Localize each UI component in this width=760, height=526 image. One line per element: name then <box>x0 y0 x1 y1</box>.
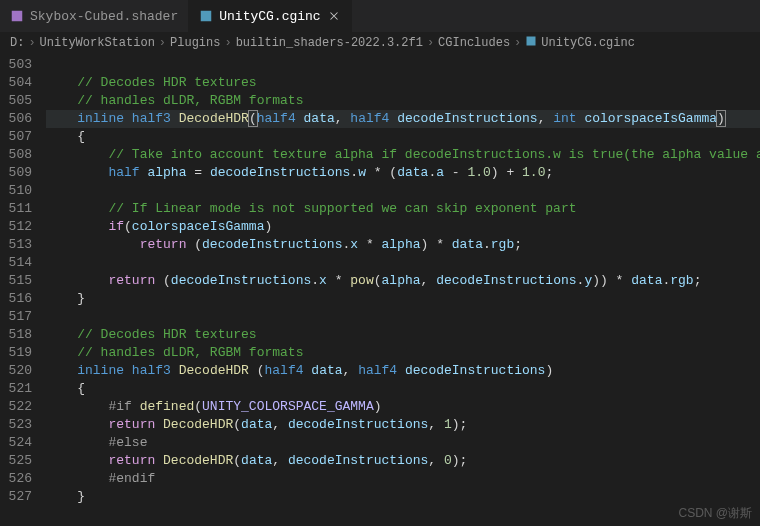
line-number: 506 <box>0 110 32 128</box>
code-line[interactable]: if(colorspaceIsGamma) <box>46 218 760 236</box>
line-number: 513 <box>0 236 32 254</box>
code-line[interactable]: #if defined(UNITY_COLORSPACE_GAMMA) <box>46 398 760 416</box>
line-number: 503 <box>0 56 32 74</box>
line-number: 520 <box>0 362 32 380</box>
code-line[interactable]: return (decodeInstructions.x * pow(alpha… <box>46 272 760 290</box>
code-line[interactable]: return (decodeInstructions.x * alpha) * … <box>46 236 760 254</box>
code-line[interactable]: #endif <box>46 470 760 488</box>
line-gutter: 5035045055065075085095105115125135145155… <box>0 54 46 526</box>
code-line[interactable]: // Decodes HDR textures <box>46 326 760 344</box>
chevron-right-icon: › <box>427 36 434 50</box>
line-number: 511 <box>0 200 32 218</box>
line-number: 517 <box>0 308 32 326</box>
code-line[interactable] <box>46 182 760 200</box>
code-line[interactable]: return DecodeHDR(data, decodeInstruction… <box>46 452 760 470</box>
code-line[interactable]: } <box>46 290 760 308</box>
line-number: 523 <box>0 416 32 434</box>
line-number: 516 <box>0 290 32 308</box>
code-line[interactable]: half alpha = decodeInstructions.w * (dat… <box>46 164 760 182</box>
cginc-file-icon <box>199 9 213 23</box>
tab-label: UnityCG.cginc <box>219 9 320 24</box>
line-number: 508 <box>0 146 32 164</box>
svg-rect-0 <box>12 11 23 22</box>
watermark: CSDN @谢斯 <box>678 505 752 522</box>
code-line[interactable]: return DecodeHDR(data, decodeInstruction… <box>46 416 760 434</box>
svg-rect-2 <box>527 37 536 46</box>
code-line[interactable]: // handles dLDR, RGBM formats <box>46 344 760 362</box>
tab-skybox-shader[interactable]: Skybox-Cubed.shader <box>0 0 189 32</box>
breadcrumb-item[interactable]: builtin_shaders-2022.3.2f1 <box>236 36 423 50</box>
line-number: 515 <box>0 272 32 290</box>
line-number: 509 <box>0 164 32 182</box>
chevron-right-icon: › <box>28 36 35 50</box>
line-number: 505 <box>0 92 32 110</box>
code-editor[interactable]: 5035045055065075085095105115125135145155… <box>0 54 760 526</box>
code-line[interactable]: // If Linear mode is not supported we ca… <box>46 200 760 218</box>
svg-rect-1 <box>201 11 212 22</box>
breadcrumb-item[interactable]: CGIncludes <box>438 36 510 50</box>
code-line[interactable] <box>46 56 760 74</box>
line-number: 525 <box>0 452 32 470</box>
cginc-file-icon <box>525 35 537 51</box>
close-icon[interactable] <box>327 9 341 23</box>
code-line[interactable]: // Take into account texture alpha if de… <box>46 146 760 164</box>
code-line[interactable]: { <box>46 128 760 146</box>
chevron-right-icon: › <box>514 36 521 50</box>
breadcrumb-label: Plugins <box>170 36 220 50</box>
breadcrumb-label: builtin_shaders-2022.3.2f1 <box>236 36 423 50</box>
code-line[interactable]: #else <box>46 434 760 452</box>
line-number: 507 <box>0 128 32 146</box>
code-line[interactable]: { <box>46 380 760 398</box>
breadcrumb-item[interactable]: UnityWorkStation <box>40 36 155 50</box>
line-number: 526 <box>0 470 32 488</box>
code-line[interactable]: } <box>46 488 760 506</box>
code-line[interactable] <box>46 308 760 326</box>
code-content[interactable]: // Decodes HDR textures // handles dLDR,… <box>46 54 760 526</box>
code-line[interactable]: inline half3 DecodeHDR (half4 data, half… <box>46 362 760 380</box>
chevron-right-icon: › <box>159 36 166 50</box>
line-number: 524 <box>0 434 32 452</box>
line-number: 521 <box>0 380 32 398</box>
code-line[interactable]: // Decodes HDR textures <box>46 74 760 92</box>
line-number: 527 <box>0 488 32 506</box>
breadcrumb-item[interactable]: Plugins <box>170 36 220 50</box>
tab-label: Skybox-Cubed.shader <box>30 9 178 24</box>
line-number: 512 <box>0 218 32 236</box>
breadcrumb-label: CGIncludes <box>438 36 510 50</box>
code-line[interactable]: inline half3 DecodeHDR(half4 data, half4… <box>46 110 760 128</box>
line-number: 514 <box>0 254 32 272</box>
breadcrumb-item[interactable]: UnityCG.cginc <box>525 35 635 51</box>
breadcrumb-label: D: <box>10 36 24 50</box>
line-number: 519 <box>0 344 32 362</box>
code-line[interactable]: // handles dLDR, RGBM formats <box>46 92 760 110</box>
breadcrumb-label: UnityCG.cginc <box>541 36 635 50</box>
line-number: 504 <box>0 74 32 92</box>
breadcrumb-item[interactable]: D: <box>10 36 24 50</box>
line-number: 522 <box>0 398 32 416</box>
tab-bar: Skybox-Cubed.shader UnityCG.cginc <box>0 0 760 32</box>
tab-unitycg-cginc[interactable]: UnityCG.cginc <box>189 0 351 32</box>
breadcrumb[interactable]: D:›UnityWorkStation›Plugins›builtin_shad… <box>0 32 760 54</box>
breadcrumb-label: UnityWorkStation <box>40 36 155 50</box>
code-line[interactable] <box>46 254 760 272</box>
shader-file-icon <box>10 9 24 23</box>
chevron-right-icon: › <box>224 36 231 50</box>
line-number: 518 <box>0 326 32 344</box>
line-number: 510 <box>0 182 32 200</box>
